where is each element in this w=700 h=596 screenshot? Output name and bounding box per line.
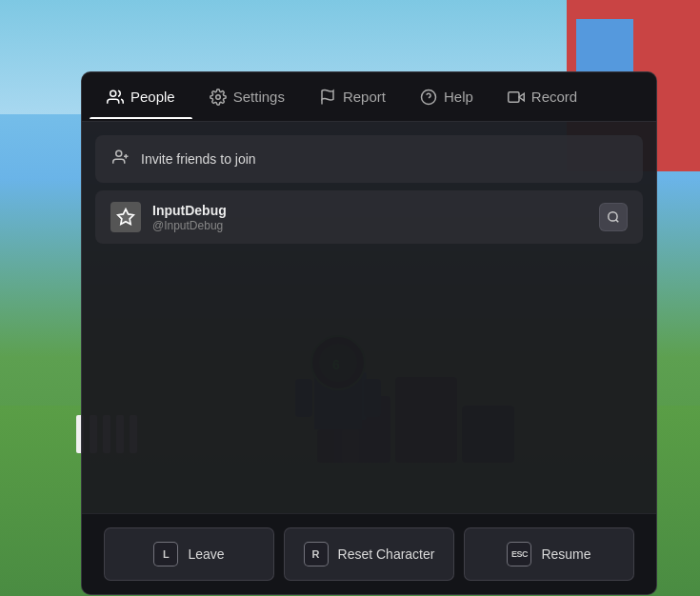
player-avatar — [110, 202, 141, 232]
svg-line-24 — [616, 220, 619, 223]
settings-icon — [210, 89, 227, 106]
svg-marker-22 — [118, 209, 134, 225]
tab-record-label: Record — [531, 89, 577, 105]
tab-help-label: Help — [444, 89, 473, 105]
player-name: InputDebug — [152, 203, 588, 218]
tab-people[interactable]: People — [90, 75, 192, 119]
report-icon — [319, 89, 336, 106]
svg-point-13 — [110, 90, 116, 96]
tab-settings-label: Settings — [233, 89, 285, 105]
svg-point-23 — [609, 212, 617, 221]
footer-buttons: L Leave R Reset Character ESC Resume — [82, 513, 656, 594]
tab-people-label: People — [130, 89, 175, 105]
content-area: Invite friends to join InputDebug @Input… — [82, 122, 656, 513]
tab-report[interactable]: Report — [302, 75, 403, 119]
leave-label: Leave — [188, 546, 224, 562]
menu-modal: People Settings Report — [81, 71, 657, 595]
tab-record[interactable]: Record — [490, 75, 594, 119]
reset-character-button[interactable]: R Reset Character — [284, 527, 454, 581]
record-icon — [508, 89, 525, 106]
leave-key-badge: L — [153, 542, 178, 566]
invite-friends-row[interactable]: Invite friends to join — [95, 135, 643, 183]
svg-point-14 — [215, 94, 220, 99]
tab-report-label: Report — [343, 89, 386, 105]
invite-icon — [112, 149, 130, 169]
tab-settings[interactable]: Settings — [192, 75, 302, 119]
people-icon — [107, 89, 124, 106]
tab-help[interactable]: Help — [403, 75, 490, 119]
svg-point-19 — [116, 150, 122, 156]
player-info: InputDebug @InputDebug — [152, 203, 588, 232]
resume-label: Resume — [541, 546, 590, 562]
leave-button[interactable]: L Leave — [104, 527, 274, 581]
invite-friends-label: Invite friends to join — [141, 151, 256, 167]
help-icon — [420, 89, 437, 106]
tab-bar: People Settings Report — [82, 72, 656, 122]
reset-key-badge: R — [304, 542, 329, 566]
player-handle: @InputDebug — [152, 219, 588, 232]
player-row[interactable]: InputDebug @InputDebug — [95, 190, 643, 244]
resume-button[interactable]: ESC Resume — [464, 527, 634, 581]
reset-character-label: Reset Character — [338, 546, 435, 562]
player-search-button[interactable] — [599, 203, 628, 231]
resume-key-badge: ESC — [507, 542, 531, 566]
svg-rect-18 — [509, 91, 519, 102]
